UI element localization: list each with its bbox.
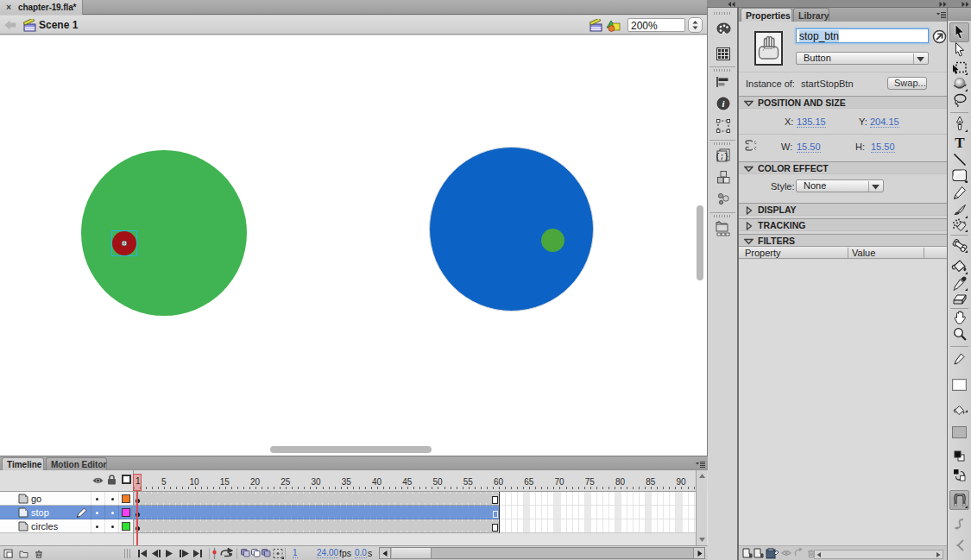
svg-text:{;}: {;} xyxy=(716,153,728,161)
svg-text:T: T xyxy=(955,135,965,148)
